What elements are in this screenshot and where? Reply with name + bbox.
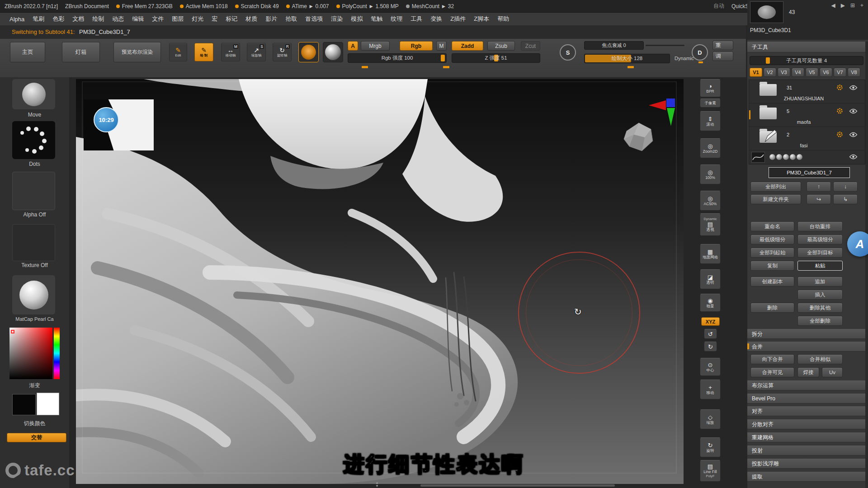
mode-zsub-button[interactable]: Zsub [487, 41, 515, 51]
mode-mrgb-button[interactable]: Mrgb [361, 41, 390, 51]
canvas-scroll-arrows[interactable]: ▲▼ [375, 481, 379, 488]
rgb-intensity-slider[interactable]: Rgb 强度 100 [348, 53, 447, 63]
clipped-shelf-button-2[interactable]: 调 [712, 52, 733, 61]
solo-button[interactable]: ◉ 独显 [700, 294, 721, 312]
menu-alpha[interactable]: Alpha [5, 16, 28, 23]
highest-subdiv-button[interactable]: 最高级细分 [797, 235, 843, 244]
axis-y-arrow-icon[interactable] [667, 108, 675, 126]
subtool-curve-thumb[interactable] [751, 152, 765, 163]
menu-zscript[interactable]: Z脚本 [470, 15, 493, 23]
merge-similar-button[interactable]: 合并相似 [797, 354, 843, 364]
secondary-color-swatch[interactable] [37, 393, 59, 415]
menu-document[interactable]: 文档 [68, 15, 88, 23]
menu-tool[interactable]: 工具 [406, 15, 426, 23]
extract-section-header[interactable]: 提取 [747, 472, 865, 482]
alpha-selector-button[interactable] [12, 172, 55, 210]
remesh-section-header[interactable]: 重建网格 [747, 432, 865, 442]
axis-z-square-icon[interactable] [666, 99, 675, 107]
brush-selector-button[interactable] [12, 79, 55, 109]
weld-button[interactable]: 焊接 [797, 367, 819, 377]
mesh-gizmo[interactable] [618, 117, 657, 156]
paste-button[interactable]: 粘贴 [797, 261, 843, 271]
bpr-render-button[interactable]: ◑ BPR [700, 79, 721, 97]
folder-settings-gear-icon[interactable] [836, 84, 843, 91]
aa-half-button[interactable]: ◎ AC50% [700, 191, 721, 211]
move-gizmo-button[interactable]: M ↔ 移动轴 [221, 43, 240, 61]
material-selector-button[interactable] [12, 275, 55, 314]
visibility-eye-icon[interactable] [849, 132, 858, 137]
subtool-tab-v6[interactable]: V6 [820, 68, 832, 77]
z-intensity-slider[interactable]: Z 强度 51 [452, 53, 540, 63]
auto-reorder-button[interactable]: 自动重排 [797, 221, 843, 231]
subtool-name[interactable]: maofa [754, 119, 854, 125]
mode-zcut-button[interactable]: Zcut [521, 41, 540, 51]
lightbox-button[interactable]: 灯箱 [62, 42, 100, 62]
scale-gizmo-button[interactable]: S ↗ 缩放轴 [247, 43, 266, 61]
delete-button[interactable]: 删除 [750, 303, 794, 313]
color-picker-hue-bar[interactable] [54, 328, 60, 379]
relief-section-header[interactable]: 投影浅浮雕 [747, 459, 865, 469]
list-all-button[interactable]: 全部列出 [750, 182, 801, 192]
mode-rgb-button[interactable]: Rgb [400, 41, 433, 51]
color-picker-sv[interactable] [9, 328, 52, 379]
canvas-move-button[interactable]: + 移动 [700, 380, 721, 399]
mode-m-button[interactable]: M [436, 41, 447, 51]
align-section-header[interactable]: 对齐 [747, 406, 865, 416]
menu-color[interactable]: 色彩 [48, 15, 68, 23]
delete-all-button[interactable]: 全部删除 [797, 316, 843, 326]
subtool-up-button[interactable]: ↑ [807, 182, 831, 192]
folder-icon[interactable] [760, 84, 777, 96]
divider-left-icon[interactable]: ◀ [831, 2, 835, 9]
menu-transform[interactable]: 变换 [426, 15, 446, 23]
color-picker-cursor[interactable] [11, 330, 14, 333]
menu-stroke[interactable]: 笔触 [367, 15, 387, 23]
move-into-folder-button[interactable]: ↳ [833, 194, 858, 204]
tool-preview-thumb[interactable] [750, 1, 783, 23]
subtool-name[interactable]: ZHUANGSHIJIAN [754, 96, 854, 101]
menu-texture[interactable]: 纹理 [387, 15, 406, 23]
menu-movie[interactable]: 影片 [261, 15, 281, 23]
all-to-start-button[interactable]: 全部到起始 [750, 248, 794, 258]
canvas-horizontal-scrollbar[interactable] [420, 484, 615, 487]
copy-button[interactable]: 复制 [750, 261, 794, 271]
transparency-button[interactable]: ◪ 透明 [700, 269, 721, 289]
visibility-eye-icon[interactable] [849, 85, 858, 90]
current-material-button[interactable] [323, 42, 343, 62]
clipped-shelf-button-1[interactable]: 重 [712, 41, 733, 50]
scatter-section-header[interactable]: 分散对齐 [747, 419, 865, 429]
uv-button[interactable]: Uv [822, 367, 843, 377]
mode-zadd-button[interactable]: Zadd [452, 41, 483, 51]
layout-grid-icon[interactable]: ⊞ [850, 2, 855, 9]
menu-edit[interactable]: 编辑 [128, 15, 148, 23]
line-fill-button[interactable]: ▤ Line Fill PolyF [700, 460, 721, 482]
folder-settings-gear-icon[interactable] [836, 108, 843, 114]
merge-down-button[interactable]: 向下合并 [750, 354, 794, 364]
menu-zplugin[interactable]: Z插件 [446, 15, 470, 23]
boolean-section-header[interactable]: 布尔运算 [747, 380, 865, 390]
visibility-eye-icon[interactable] [849, 108, 858, 114]
dynamic-size-button[interactable]: D [692, 44, 708, 61]
subtool-preview-spheres[interactable] [769, 154, 803, 162]
perspective-button[interactable]: Dynamic ▤ 透视 [700, 213, 721, 236]
lowest-subdiv-button[interactable]: 最低级细分 [750, 235, 794, 244]
rotate-cw-button[interactable]: ↻ [704, 342, 717, 352]
subtool-section-header[interactable]: 子工具 [747, 42, 865, 52]
stroke-curve-button[interactable]: S [560, 44, 576, 61]
xyz-button[interactable]: XYZ [701, 317, 720, 326]
rotate-gizmo-button[interactable]: R ↻ 旋转轴 [273, 43, 292, 61]
current-brush-button[interactable] [298, 42, 319, 62]
subtool-tab-v8[interactable]: V8 [848, 68, 860, 77]
slider-handle[interactable] [441, 55, 445, 61]
floor-grid-button[interactable]: ▦ 地面网格 [700, 244, 721, 264]
draw-size-slider[interactable]: 绘制大小 128 [584, 54, 670, 63]
menu-brush[interactable]: 笔刷 [28, 15, 48, 23]
document-canvas[interactable]: 10:29 ↻ 进行细节性表达啊 [76, 79, 684, 484]
subtool-tab-v5[interactable]: V5 [806, 68, 818, 77]
focal-shift-track[interactable] [646, 45, 684, 46]
slider-handle[interactable] [766, 57, 770, 64]
menu-help[interactable]: 帮助 [493, 15, 513, 23]
rotate-ccw-button[interactable]: ↺ [704, 329, 717, 339]
menu-file[interactable]: 文件 [148, 15, 168, 23]
merge-visible-button[interactable]: 合并可见 [750, 367, 794, 377]
rename-button[interactable]: 重命名 [750, 221, 794, 231]
